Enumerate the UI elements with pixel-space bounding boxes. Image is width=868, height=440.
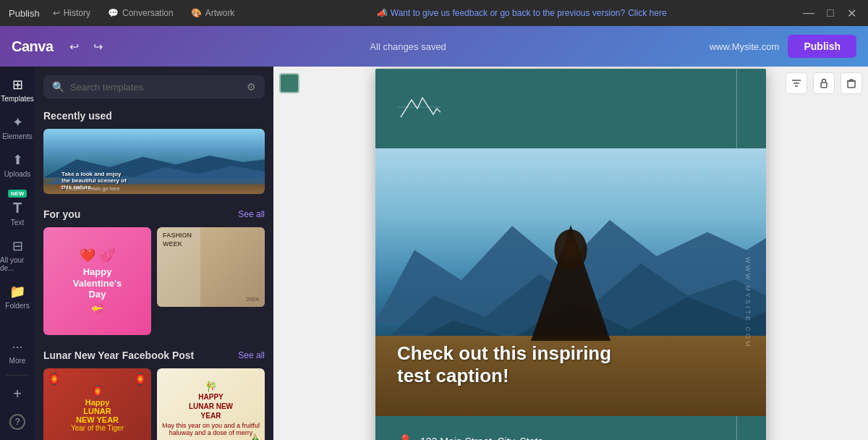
valentine-hearts: ❤️ 💕 bbox=[80, 248, 115, 263]
templates-panel: 🔍 ⚙ Recently used Take a look and enjoyt… bbox=[35, 67, 273, 440]
trash-icon bbox=[846, 77, 857, 89]
filter-tool-icon bbox=[791, 77, 802, 89]
template-lunar-red[interactable]: 🏮 HappyLUNARNEW YEAR Year of the Tiger 🏮… bbox=[43, 368, 151, 440]
recently-used-header: Recently used bbox=[43, 110, 265, 122]
sidebar-item-uploads[interactable]: ⬆ Uploads bbox=[0, 148, 35, 182]
sidebar-item-add[interactable]: + bbox=[0, 381, 35, 407]
feedback-bar: 📣 Want to give us feedback or go back to… bbox=[377, 8, 667, 18]
minimize-button[interactable]: — bbox=[801, 7, 816, 20]
lunar-ny-header: Lunar New Year Facebook Post See all bbox=[43, 350, 265, 361]
svg-rect-4 bbox=[848, 81, 855, 88]
canvas-tools bbox=[786, 72, 862, 94]
lunar-red-text: HappyLUNARNEW YEAR bbox=[76, 398, 119, 424]
elements-icon: ✦ bbox=[12, 114, 23, 130]
canvas-header-section bbox=[375, 69, 766, 148]
sidebar-item-folders[interactable]: 📁 Folders bbox=[0, 279, 35, 314]
template-mountain-travel[interactable]: Take a look and enjoythe beautiful scene… bbox=[43, 129, 265, 194]
title-bar-title: Publish bbox=[9, 8, 40, 19]
color-swatch[interactable] bbox=[279, 73, 299, 93]
svg-rect-3 bbox=[821, 82, 827, 88]
sidebar-item-more[interactable]: ··· More bbox=[0, 335, 35, 369]
top-bar: Canva ↩ ↪ All changes saved www.Mysite.c… bbox=[0, 26, 868, 67]
for-you-see-all[interactable]: See all bbox=[238, 209, 265, 219]
folders-icon: 📁 bbox=[9, 284, 25, 300]
filter-icon[interactable]: ⚙ bbox=[247, 81, 256, 93]
lock-icon bbox=[818, 77, 830, 89]
location-text: 123 Main Street, City, State bbox=[420, 436, 543, 440]
conversation-icon: 💬 bbox=[108, 8, 119, 18]
feedback-link[interactable]: Click here bbox=[628, 8, 666, 18]
feedback-icon: 📣 bbox=[377, 8, 388, 18]
filter-tool-button[interactable] bbox=[786, 72, 807, 94]
sidebar-item-all-designs[interactable]: ⊟ All your de... bbox=[0, 234, 35, 276]
all-designs-icon: ⊟ bbox=[12, 238, 23, 254]
lunar-ny-grid: 🏮 HappyLUNARNEW YEAR Year of the Tiger 🏮… bbox=[43, 368, 265, 440]
close-button[interactable]: ✕ bbox=[845, 7, 859, 20]
canvas-mountain-logo bbox=[397, 94, 441, 124]
undo-button[interactable]: ↩ bbox=[65, 37, 83, 56]
window-controls: — □ ✕ bbox=[801, 7, 859, 20]
left-sidebar: ⊞ Templates ✦ Elements ⬆ Uploads NEW T T… bbox=[0, 67, 35, 440]
sidebar-divider bbox=[6, 375, 29, 376]
history-icon: ↩ bbox=[53, 8, 60, 18]
search-input[interactable] bbox=[70, 82, 241, 93]
artwork-icon: 🎨 bbox=[191, 8, 202, 18]
delete-tool-button[interactable] bbox=[841, 72, 862, 94]
artwork-tab[interactable]: 🎨 Artwork bbox=[184, 5, 242, 21]
uploads-icon: ⬆ bbox=[12, 152, 23, 168]
location-pin-icon: 📍 bbox=[397, 433, 413, 440]
valentine-text: HappyValentine'sDay bbox=[73, 266, 122, 300]
valentine-decoration: 💝 bbox=[91, 303, 103, 315]
recently-used-grid: Take a look and enjoythe beautiful scene… bbox=[43, 129, 265, 194]
for-you-header: For you See all bbox=[43, 208, 265, 220]
lunar-gold-card: 🎋 HAPPYLUNAR NEWYEAR May this year on yo… bbox=[157, 368, 265, 440]
canvas-area: Check out this inspiringtest caption! WW… bbox=[273, 67, 868, 440]
help-icon: ? bbox=[9, 414, 25, 430]
sidebar-item-templates[interactable]: ⊞ Templates bbox=[0, 72, 35, 107]
autosave-status: All changes saved bbox=[119, 41, 698, 52]
template-fashion[interactable]: FASHIONWEEK 2024 bbox=[157, 227, 265, 335]
canvas-photo-section: Check out this inspiringtest caption! WW… bbox=[375, 148, 766, 416]
for-you-title: For you bbox=[43, 208, 80, 220]
title-bar-left: Publish ↩ History 💬 Conversation 🎨 Artwo… bbox=[9, 5, 242, 21]
caption-text: Check out this inspiringtest caption! bbox=[397, 342, 611, 387]
lunar-ny-see-all[interactable]: See all bbox=[238, 350, 265, 360]
canvas-footer-section: 📍 123 Main Street, City, State bbox=[375, 416, 766, 440]
lunar-gold-text: HAPPYLUNAR NEWYEAR bbox=[189, 392, 233, 420]
lunar-ny-title: Lunar New Year Facebook Post bbox=[43, 350, 194, 361]
lunar-red-card: 🏮 HappyLUNARNEW YEAR Year of the Tiger 🏮… bbox=[43, 368, 151, 440]
search-icon: 🔍 bbox=[52, 81, 64, 93]
design-canvas[interactable]: Check out this inspiringtest caption! WW… bbox=[375, 69, 766, 440]
title-bar: Publish ↩ History 💬 Conversation 🎨 Artwo… bbox=[0, 0, 868, 26]
canva-logo: Canva bbox=[12, 38, 54, 55]
sidebar-item-help[interactable]: ? bbox=[0, 410, 35, 434]
mountains-svg bbox=[397, 94, 441, 119]
template-lunar-gold[interactable]: 🎋 HAPPYLUNAR NEWYEAR May this year on yo… bbox=[157, 368, 265, 440]
text-icon: T bbox=[13, 200, 22, 216]
lock-tool-button[interactable] bbox=[813, 72, 835, 94]
canvas-logo-area bbox=[397, 94, 441, 124]
fashion-card: FASHIONWEEK 2024 bbox=[157, 227, 265, 307]
new-badge: NEW bbox=[8, 190, 27, 198]
history-tab[interactable]: ↩ History bbox=[46, 5, 98, 21]
for-you-grid: ❤️ 💕 HappyValentine'sDay 💝 FASHIONWEEK 2… bbox=[43, 227, 265, 335]
sidebar-item-text[interactable]: NEW T Text bbox=[0, 185, 35, 231]
maximize-button[interactable]: □ bbox=[823, 7, 838, 20]
title-bar-tabs: ↩ History 💬 Conversation 🎨 Artwork bbox=[46, 5, 242, 21]
valentine-card: ❤️ 💕 HappyValentine'sDay 💝 bbox=[43, 227, 151, 335]
undo-redo-group: ↩ ↪ bbox=[65, 37, 107, 56]
sidebar-item-elements[interactable]: ✦ Elements bbox=[0, 110, 35, 145]
more-icon: ··· bbox=[12, 339, 22, 355]
canvas-caption: Check out this inspiringtest caption! bbox=[397, 342, 611, 387]
template-valentines[interactable]: ❤️ 💕 HappyValentine'sDay 💝 bbox=[43, 227, 151, 335]
templates-icon: ⊞ bbox=[12, 77, 23, 93]
site-url: www.Mysite.com bbox=[710, 41, 780, 52]
top-bar-right: www.Mysite.com Publish bbox=[710, 35, 856, 58]
redo-button[interactable]: ↪ bbox=[89, 37, 107, 56]
publish-button[interactable]: Publish bbox=[788, 35, 856, 58]
conversation-tab[interactable]: 💬 Conversation bbox=[101, 5, 181, 21]
add-icon: + bbox=[13, 386, 22, 402]
search-bar: 🔍 ⚙ bbox=[43, 75, 265, 98]
canvas-watermark: WWW.MYSITE.COM bbox=[744, 257, 752, 349]
recently-used-title: Recently used bbox=[43, 110, 112, 122]
